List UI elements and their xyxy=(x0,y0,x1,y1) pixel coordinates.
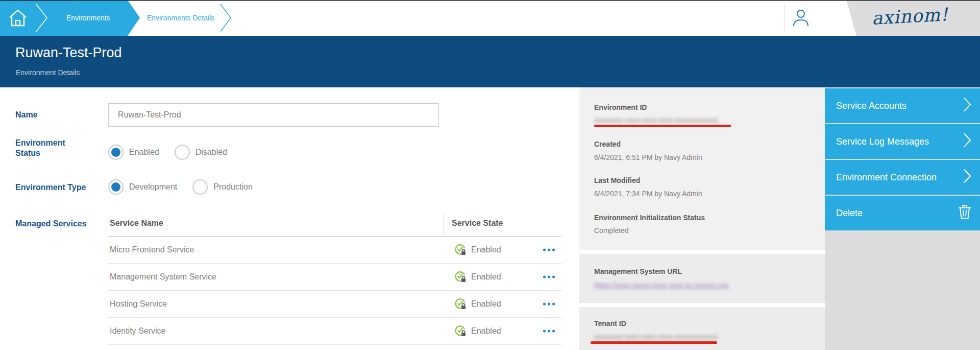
breadcrumb-item-environments[interactable]: Environments xyxy=(66,14,110,22)
details-block-main: Environment ID xxxxxxxx-xxxx-xxxx-xxxx-x… xyxy=(579,87,825,250)
delete-button[interactable]: Delete xyxy=(825,196,980,230)
chevron-right-icon xyxy=(963,168,972,187)
page-header: Ruwan-Test-Prod Environment Details xyxy=(0,36,980,87)
enabled-lock-icon xyxy=(454,271,467,283)
row-actions-menu-icon[interactable] xyxy=(541,300,557,309)
table-row: Hosting Service Enabled xyxy=(108,291,561,318)
service-accounts-button-label: Service Accounts xyxy=(836,101,906,111)
details-block-tenant: Tenant ID xxxxxxxx-xxxx-xxxx-xxxx-xxxxxx… xyxy=(579,307,825,350)
trash-icon xyxy=(958,204,972,223)
environment-id-label: Environment ID xyxy=(594,103,647,111)
service-name: Management System Service xyxy=(108,272,216,282)
service-log-messages-button-label: Service Log Messages xyxy=(836,136,929,147)
breadcrumb-separator-chevron-icon xyxy=(35,4,49,34)
environment-form: Name Environment Status Enabled Disabled… xyxy=(0,87,579,350)
breadcrumb-bar: Environments Environments Details axinom… xyxy=(0,0,980,36)
page-title: Ruwan-Test-Prod xyxy=(15,45,122,61)
axinom-logo: axinom! xyxy=(842,0,980,36)
user-account-icon[interactable] xyxy=(791,8,811,30)
breadcrumb-item-environments-details[interactable]: Environments Details xyxy=(147,14,214,22)
table-row: Identity Service Enabled xyxy=(108,318,561,345)
radio-disabled-label: Disabled xyxy=(195,148,227,157)
last-modified-label: Last Modified xyxy=(594,176,640,184)
tenant-id-label: Tenant ID xyxy=(594,319,626,328)
column-header-service-state: Service State xyxy=(452,219,503,228)
environment-id-value: xxxxxxxx-xxxx-xxxx-xxxx-xxxxxxxxxxxx xyxy=(594,116,718,124)
service-state: Enabled xyxy=(454,325,501,337)
environment-connection-button[interactable]: Environment Connection xyxy=(825,160,980,195)
home-icon[interactable] xyxy=(8,8,28,30)
service-state-text: Enabled xyxy=(471,272,501,282)
environment-connection-button-label: Environment Connection xyxy=(836,172,937,183)
row-actions-menu-icon[interactable] xyxy=(541,246,557,254)
service-state-text: Enabled xyxy=(471,326,501,336)
radio-enabled[interactable] xyxy=(108,145,124,160)
breadcrumb-outline-chevron-icon xyxy=(219,3,233,35)
details-block-url: Management System URL https://xxxx-xxxxx… xyxy=(579,254,825,303)
axinom-logo-text: axinom! xyxy=(871,4,949,29)
service-state: Enabled xyxy=(454,298,501,310)
environment-type-radio-group: Development Production xyxy=(108,179,268,195)
radio-development[interactable] xyxy=(108,179,124,195)
management-system-url-label: Management System URL xyxy=(594,267,682,275)
window-top-edge xyxy=(0,0,980,1)
initialization-status-value: Completed xyxy=(594,226,629,235)
annotation-red-underline xyxy=(594,125,731,127)
last-modified-value: 6/4/2021, 7:34 PM by Navy Admin xyxy=(594,190,702,198)
row-actions-menu-icon[interactable] xyxy=(541,273,557,282)
column-divider xyxy=(444,212,444,237)
radio-development-label: Development xyxy=(129,182,177,192)
tenant-id-value: xxxxxxxx-xxxx-xxxx-xxxx-xxxxxxxxxxxx xyxy=(594,333,718,341)
table-header-row: Service Name Service State xyxy=(108,211,561,237)
radio-selected-dot xyxy=(111,182,120,192)
details-panel: Environment ID xxxxxxxx-xxxx-xxxx-xxxx-x… xyxy=(579,87,825,350)
column-header-service-name: Service Name xyxy=(110,219,163,228)
environment-status-radio-group: Enabled Disabled xyxy=(108,145,242,160)
environment-details-page: Environments Environments Details axinom… xyxy=(0,0,980,350)
chevron-right-icon xyxy=(963,97,972,115)
annotation-red-underline xyxy=(591,341,717,344)
environment-type-label: Environment Type xyxy=(15,182,107,193)
page-subtitle: Environment Details xyxy=(16,68,80,77)
name-label: Name xyxy=(15,110,38,120)
topbar-divider xyxy=(785,4,785,32)
service-name: Micro Frontend Service xyxy=(108,245,194,254)
enabled-lock-icon xyxy=(454,325,467,337)
service-state-text: Enabled xyxy=(471,245,501,254)
row-actions-menu-icon[interactable] xyxy=(541,327,557,336)
chevron-right-icon xyxy=(963,132,972,151)
managed-services-table: Service Name Service State Micro Fronten… xyxy=(108,211,561,345)
enabled-lock-icon xyxy=(454,298,467,310)
table-row: Management System Service Enabled xyxy=(108,264,561,291)
delete-button-label: Delete xyxy=(836,208,863,219)
managed-services-label: Managed Services xyxy=(15,219,87,229)
initialization-status-label: Environment Initialization Status xyxy=(594,214,705,222)
created-label: Created xyxy=(594,140,621,148)
service-log-messages-button[interactable]: Service Log Messages xyxy=(825,124,980,159)
enabled-lock-icon xyxy=(454,244,467,256)
service-state: Enabled xyxy=(454,244,501,256)
created-value: 6/4/2021, 6:51 PM by Navy Admin xyxy=(594,153,702,161)
radio-production-label: Production xyxy=(213,182,253,192)
service-name: Hosting Service xyxy=(108,299,167,309)
service-state-text: Enabled xyxy=(471,299,501,309)
name-input[interactable] xyxy=(108,103,439,127)
actions-panel: Service Accounts Service Log Messages En… xyxy=(825,87,980,350)
radio-disabled[interactable] xyxy=(175,145,190,160)
radio-production[interactable] xyxy=(192,179,208,195)
environment-status-label: Environment Status xyxy=(15,138,77,158)
service-state: Enabled xyxy=(454,271,501,283)
management-system-url-link[interactable]: https://xxxx-xxxxx-xxxx-xxxx.xx.xxxxxx.x… xyxy=(594,281,729,289)
service-name: Identity Service xyxy=(108,326,165,336)
table-row: Micro Frontend Service Enabled xyxy=(108,237,561,264)
radio-enabled-label: Enabled xyxy=(129,148,159,157)
service-accounts-button[interactable]: Service Accounts xyxy=(825,88,980,123)
radio-selected-dot xyxy=(111,148,120,157)
